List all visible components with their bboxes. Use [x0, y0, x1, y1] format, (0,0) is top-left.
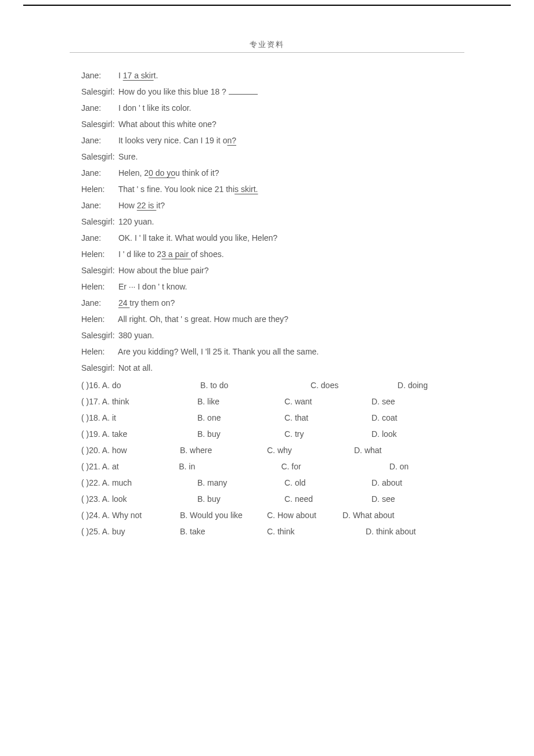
speaker: Helen:	[81, 278, 116, 295]
option-c: C. that	[284, 410, 371, 426]
option-b: B. many	[197, 475, 284, 491]
option-c: C. think	[267, 523, 354, 540]
speaker: Salesgirl:	[81, 327, 116, 343]
speaker: Jane:	[81, 295, 116, 311]
option-d: D. see	[371, 393, 447, 410]
speaker: Salesgirl:	[81, 149, 116, 165]
document-body: Jane: I 17 a skirt.Salesgirl: How do you…	[81, 67, 453, 540]
option-c: C. How about	[267, 507, 331, 523]
choices-section: ( )16. A. doB. to doC. doesD. doing( )17…	[81, 377, 453, 540]
option-d: D. look	[371, 426, 447, 442]
speaker: Jane:	[81, 165, 116, 181]
blank-underline: 24	[118, 298, 129, 308]
dialogue-line: Jane: I don ' t like its color.	[81, 100, 453, 116]
header-divider	[70, 52, 464, 53]
dialogue-line: Jane: I 17 a skirt.	[81, 67, 453, 84]
dialogue-line: Helen: Er ··· I don ' t know.	[81, 278, 453, 295]
question-row: ( )23. A. lookB. buyC. needD. see	[81, 491, 453, 507]
speaker: Salesgirl:	[81, 84, 116, 100]
option-c: C. old	[284, 475, 371, 491]
dialogue-line: Jane: Helen, 20 do you think of it?	[81, 165, 453, 181]
dialogue-line: Jane: 24 try them on?	[81, 295, 453, 311]
dialogue-line: Salesgirl: How about the blue pair?	[81, 262, 453, 278]
speaker: Jane:	[81, 197, 116, 214]
speaker: Helen:	[81, 246, 116, 262]
question-number: ( )23. A. look	[81, 491, 197, 507]
option-d: D. see	[371, 491, 447, 507]
option-d: D. on	[355, 458, 453, 475]
question-number: ( )17. A. think	[81, 393, 197, 410]
dialogue-line: Jane: How 22 is it?	[81, 197, 453, 214]
header-label: 专业资料	[0, 39, 534, 50]
option-c: C. does	[264, 377, 374, 393]
question-number: ( )21. A. at	[81, 458, 179, 475]
speaker: Salesgirl:	[81, 214, 116, 230]
question-number: ( )22. A. much	[81, 475, 197, 491]
option-c: C. want	[284, 393, 371, 410]
option-b: B. buy	[197, 491, 284, 507]
dialogue-line: Helen: All right. Oh, that ' s great. Ho…	[81, 311, 453, 327]
option-b: B. to do	[200, 377, 264, 393]
blank-underline: 3 a pair	[161, 249, 191, 259]
option-b: B. buy	[197, 426, 284, 442]
question-number: ( )19. A. take	[81, 426, 197, 442]
blank-underline: 22 is	[137, 201, 156, 210]
option-c: C. for	[252, 458, 354, 475]
option-b: B. in	[179, 458, 252, 475]
option-b: B. Would you like	[180, 507, 267, 523]
question-row: ( )21. A. atB. inC. forD. on	[81, 458, 453, 475]
speaker: Jane:	[81, 132, 116, 149]
dialogue-line: Salesgirl: Not at all.	[81, 360, 453, 376]
speaker: Helen:	[81, 181, 116, 197]
speaker: Salesgirl:	[81, 360, 116, 376]
dialogue-line: Jane: OK. I ' ll take it. What would you…	[81, 230, 453, 246]
option-d: D. what	[354, 442, 430, 458]
question-number: ( )25. A. buy	[81, 523, 180, 540]
speaker: Jane:	[81, 100, 116, 116]
option-d: D. What about	[331, 507, 418, 523]
question-number: ( )18. A. it	[81, 410, 197, 426]
option-b: B. like	[197, 393, 284, 410]
question-row: ( )16. A. doB. to doC. doesD. doing	[81, 377, 453, 393]
dialogue-line: Salesgirl: 380 yuan.	[81, 327, 453, 343]
question-row: ( )22. A. muchB. manyC. oldD. about	[81, 475, 453, 491]
dialogue-line: Salesgirl: Sure.	[81, 149, 453, 165]
dialogue-section: Jane: I 17 a skirt.Salesgirl: How do you…	[81, 67, 453, 376]
dialogue-line: Salesgirl: What about this white one?	[81, 116, 453, 132]
question-row: ( )25. A. buyB. takeC. thinkD. think abo…	[81, 523, 453, 540]
speaker: Salesgirl:	[81, 116, 116, 132]
speaker: Salesgirl:	[81, 262, 116, 278]
option-d: D. coat	[371, 410, 447, 426]
question-row: ( )20. A. howB. whereC. whyD. what	[81, 442, 453, 458]
option-d: D. think about	[354, 523, 441, 540]
option-c: C. why	[267, 442, 354, 458]
option-b: B. take	[180, 523, 267, 540]
question-row: ( )24. A. Why notB. Would you likeC. How…	[81, 507, 453, 523]
blank-underline: s skirt.	[234, 185, 258, 194]
speaker: Jane:	[81, 67, 116, 84]
dialogue-line: Jane: It looks very nice. Can I 19 it on…	[81, 132, 453, 149]
question-number: ( )16. A. do	[81, 377, 200, 393]
blank-underline: 0 do yo	[149, 168, 175, 178]
dialogue-line: Helen: I ' d like to 23 a pair of shoes.	[81, 246, 453, 262]
option-d: D. doing	[374, 377, 453, 393]
question-row: ( )18. A. itB. oneC. thatD. coat	[81, 410, 453, 426]
speaker: Helen:	[81, 343, 116, 360]
speaker: Helen:	[81, 311, 116, 327]
blank-underline: n?	[227, 136, 236, 145]
dialogue-line: Salesgirl: How do you like this blue 18 …	[81, 84, 453, 100]
question-row: ( )17. A. thinkB. likeC. wantD. see	[81, 393, 453, 410]
dialogue-line: Helen: Are you kidding? Well, I 'll 25 i…	[81, 343, 453, 360]
dialogue-line: Salesgirl: 120 yuan.	[81, 214, 453, 230]
question-row: ( )19. A. takeB. buyC. tryD. look	[81, 426, 453, 442]
question-number: ( )24. A. Why not	[81, 507, 180, 523]
option-c: C. try	[284, 426, 371, 442]
question-number: ( )20. A. how	[81, 442, 180, 458]
option-b: B. one	[197, 410, 284, 426]
option-d: D. about	[371, 475, 447, 491]
speaker: Jane:	[81, 230, 116, 246]
blank-underline: 17 a skir	[123, 71, 154, 80]
blank-underline	[229, 86, 258, 95]
dialogue-line: Helen: That ' s fine. You look nice 21 t…	[81, 181, 453, 197]
option-c: C. need	[284, 491, 371, 507]
